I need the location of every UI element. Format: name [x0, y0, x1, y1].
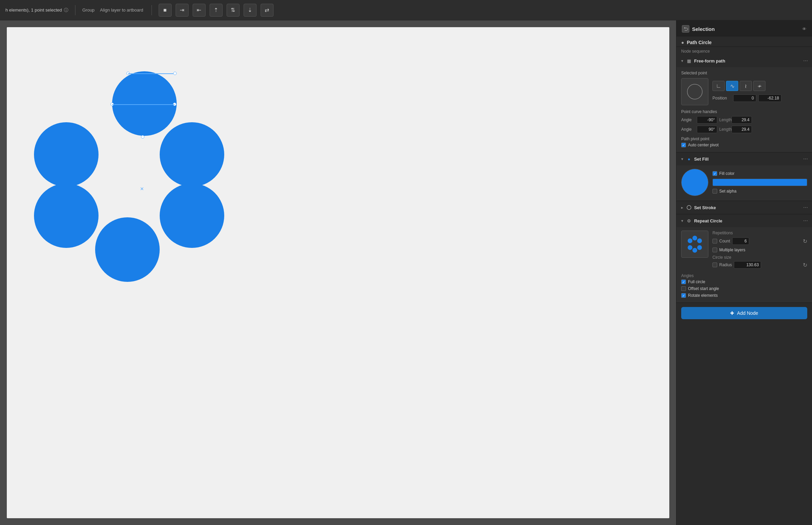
angle1-input[interactable]	[697, 116, 717, 124]
bottom-center-circle[interactable]	[95, 217, 160, 282]
svg-point-2	[692, 236, 697, 240]
repeat-title: Repeat Circle	[694, 219, 801, 223]
count-label: Count	[719, 239, 730, 243]
auto-center-pivot-row[interactable]: Auto center pivot	[681, 142, 807, 147]
point-type-corner[interactable]: ∟	[712, 81, 725, 91]
auto-center-label: Auto center pivot	[688, 142, 719, 147]
multilayer-checkbox[interactable]	[712, 247, 717, 252]
fill-color-checkbox[interactable]	[712, 171, 717, 176]
align-right-button[interactable]: ⇤	[193, 4, 206, 17]
refresh-button[interactable]: ↻	[803, 238, 807, 244]
align-bottom-button[interactable]: ⇣	[243, 4, 256, 17]
left-circle[interactable]	[34, 122, 99, 187]
stroke-section-header[interactable]: ► Set Stroke ⋯	[677, 201, 812, 214]
path-circle-row: ● Path Circle	[677, 36, 812, 47]
align-label: Align layer to artboard	[100, 7, 143, 13]
align-section: Align layer to artboard	[100, 7, 144, 13]
top-circle[interactable]	[112, 71, 177, 136]
point-type-disconnected[interactable]: ≁	[753, 81, 766, 91]
stroke-menu[interactable]: ⋯	[803, 205, 808, 210]
count-checkbox[interactable]	[712, 239, 717, 243]
repeat-content: Repetitions Count ↻ Multiple layers	[677, 227, 812, 303]
bottom-left-circle[interactable]	[34, 183, 99, 248]
align-hcenter-button[interactable]: ⇥	[176, 4, 189, 17]
bottom-right-circle[interactable]	[160, 183, 224, 248]
point-controls: ∟ ∿ ≀ ≁ Position	[712, 81, 807, 103]
handle-line-mid	[112, 104, 175, 105]
node-sequence-label: Node sequence	[677, 47, 812, 54]
set-alpha-toggle[interactable]: Set alpha	[712, 189, 737, 194]
position-y-input[interactable]	[758, 94, 781, 102]
radius-row: Radius ↻	[712, 261, 807, 269]
repeat-preview-svg	[684, 233, 706, 255]
repeat-preview-row: Repetitions Count ↻ Multiple layers	[681, 230, 807, 270]
offset-start-checkbox[interactable]	[681, 286, 686, 291]
count-row: Count ↻	[712, 237, 807, 245]
auto-center-checkbox[interactable]	[681, 142, 686, 147]
angles-label: Angles	[681, 273, 807, 278]
position-x-input[interactable]	[733, 94, 756, 102]
radius-label: Radius	[719, 262, 732, 267]
radius-refresh-button[interactable]: ↻	[803, 262, 807, 268]
selection-icon: ⮌	[682, 25, 689, 33]
add-node-button[interactable]: ✚ Add Node	[681, 307, 807, 319]
point-preview-svg	[684, 81, 705, 102]
svg-point-4	[697, 245, 702, 250]
fill-chevron: ▼	[680, 157, 684, 161]
info-icon[interactable]: ⓘ	[64, 7, 68, 13]
length1-input[interactable]	[732, 116, 752, 124]
distribute-button[interactable]: ⇄	[261, 4, 274, 17]
right-circle[interactable]	[160, 122, 224, 187]
svg-point-5	[692, 248, 697, 253]
full-circle-checkbox[interactable]	[681, 280, 686, 284]
align-vcenter-button[interactable]: ⇅	[226, 4, 239, 17]
panel-header: ⮌ Selection 👁	[677, 20, 812, 36]
handle-bottom[interactable]	[141, 135, 144, 138]
fill-section: ▼ ● Set Fill ⋯ Fill color	[677, 152, 812, 201]
fill-menu[interactable]: ⋯	[803, 156, 808, 162]
right-panel: ⮌ Selection 👁 ● Path Circle Node sequenc…	[676, 20, 812, 525]
freeform-menu[interactable]: ⋯	[803, 58, 808, 63]
fill-section-header[interactable]: ▼ ● Set Fill ⋯	[677, 152, 812, 165]
fill-color-toggle[interactable]: Fill color	[712, 171, 735, 176]
repeat-section-header[interactable]: ▼ ⚙ Repeat Circle ⋯	[677, 214, 812, 227]
multilayer-label: Multiple layers	[719, 247, 745, 252]
point-type-buttons: ∟ ∿ ≀ ≁	[712, 81, 807, 91]
toolbar-status: h elements), 1 point selected	[5, 7, 62, 13]
stroke-section: ► Set Stroke ⋯	[677, 201, 812, 214]
align-left-button[interactable]: ■	[159, 4, 172, 17]
path-pivot-label: Path pivot point	[681, 136, 807, 141]
repeat-preview	[681, 230, 708, 258]
full-circle-row[interactable]: Full circle	[681, 280, 807, 284]
point-preview	[681, 78, 708, 105]
radius-checkbox[interactable]	[712, 262, 717, 267]
radius-input[interactable]	[734, 261, 761, 269]
rotate-elements-row[interactable]: Rotate elements	[681, 293, 807, 298]
set-alpha-label: Set alpha	[719, 189, 737, 194]
repeat-options: Repetitions Count ↻ Multiple layers	[712, 230, 807, 270]
rotate-elements-checkbox[interactable]	[681, 293, 686, 298]
repeat-menu[interactable]: ⋯	[803, 218, 808, 223]
eye-icon[interactable]: 👁	[802, 27, 807, 32]
handle-top-right[interactable]	[173, 72, 177, 75]
point-type-smooth[interactable]: ∿	[726, 81, 738, 91]
selected-point-label: Selected point	[681, 71, 807, 75]
count-input[interactable]	[732, 237, 749, 245]
angle2-input[interactable]	[697, 126, 717, 133]
align-top-button[interactable]: ⇡	[210, 4, 223, 17]
path-circle-label: Path Circle	[686, 40, 711, 45]
set-alpha-checkbox[interactable]	[712, 189, 717, 194]
freeform-section-header[interactable]: ▼ ▦ Free-form path ⋯	[677, 54, 812, 67]
canvas-area[interactable]: ✕	[0, 20, 676, 525]
add-node-icon: ✚	[730, 310, 734, 316]
angle2-row: Angle Length	[681, 126, 807, 133]
stroke-title: Set Stroke	[694, 205, 801, 210]
stroke-icon	[686, 205, 692, 211]
point-type-asymmetric[interactable]: ≀	[740, 81, 752, 91]
fill-options: Fill color Set alpha	[712, 171, 807, 194]
length2-input[interactable]	[732, 126, 752, 133]
fill-color-bar[interactable]	[712, 179, 807, 186]
point-curve-handles-label: Point curve handles	[681, 109, 807, 114]
fill-color-row: Fill color	[712, 171, 807, 176]
offset-start-row[interactable]: Offset start angle	[681, 286, 807, 291]
